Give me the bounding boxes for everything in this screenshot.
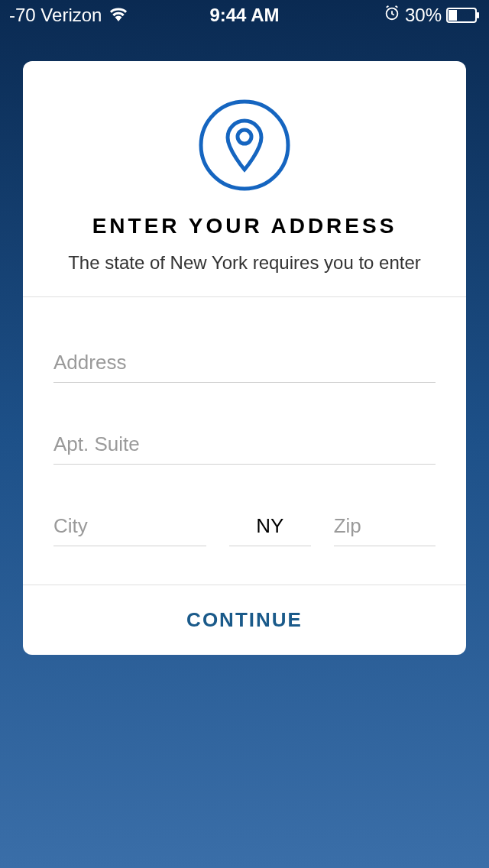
continue-button[interactable]: CONTINUE [186,608,303,632]
city-state-zip-row [53,507,436,546]
status-time: 9:44 AM [209,5,279,26]
battery-icon [446,8,480,23]
status-bar: -70 Verizon 9:44 AM 30% [0,0,489,31]
apt-suite-input[interactable] [53,425,436,465]
svg-point-5 [238,130,251,144]
form-section [23,296,466,585]
continue-section: CONTINUE [23,585,466,655]
zip-input[interactable] [334,507,436,546]
card-title: ENTER YOUR ADDRESS [38,214,451,238]
city-input[interactable] [53,507,206,546]
status-right: 30% [384,5,480,26]
location-pin-icon [38,99,451,191]
wifi-icon [108,5,129,26]
svg-rect-2 [449,10,457,21]
carrier-signal: -70 Verizon [9,5,102,26]
alarm-icon [384,5,400,26]
card-header: ENTER YOUR ADDRESS The state of New York… [23,61,466,296]
status-left: -70 Verizon [9,5,129,26]
card-subtitle: The state of New York requires you to en… [38,252,451,274]
address-input[interactable] [53,343,436,383]
address-card: ENTER YOUR ADDRESS The state of New York… [23,61,466,655]
svg-rect-3 [477,12,479,18]
battery-percent: 30% [405,5,442,26]
state-input[interactable] [229,507,311,546]
